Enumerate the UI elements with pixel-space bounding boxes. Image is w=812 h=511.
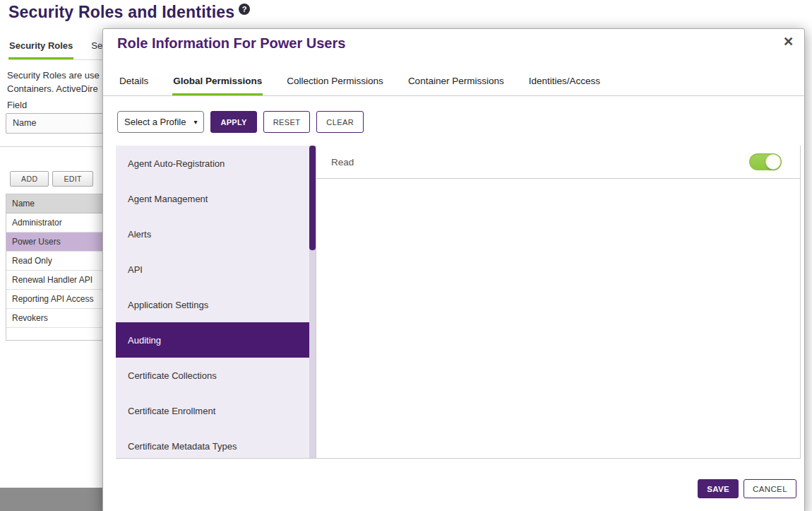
tab-security-identities[interactable]: Se: [90, 39, 103, 59]
modal-title: Role Information For Power Users: [117, 35, 345, 52]
table-row-selected[interactable]: Power Users: [6, 233, 112, 252]
reset-button[interactable]: RESET: [263, 111, 311, 133]
table-row-empty: [6, 328, 112, 340]
save-button[interactable]: SAVE: [698, 479, 739, 498]
category-item[interactable]: Agent Management: [116, 181, 316, 216]
tab-identities-access[interactable]: Identities/Access: [528, 70, 601, 95]
table-row[interactable]: Renewal Handler API: [6, 271, 112, 290]
role-information-modal: Role Information For Power Users ✕ Detai…: [102, 28, 805, 511]
help-icon[interactable]: ?: [239, 4, 250, 15]
apply-button[interactable]: APPLY: [210, 111, 256, 133]
close-icon[interactable]: ✕: [783, 35, 794, 48]
category-item[interactable]: Agent Auto-Registration: [116, 146, 316, 181]
modal-toolbar: Select a Profile ▾ APPLY RESET CLEAR: [117, 111, 364, 133]
name-filter-value: Name: [13, 118, 36, 128]
category-item[interactable]: Certificate Metadata Types: [116, 428, 316, 458]
modal-tabs: Details Global Permissions Collection Pe…: [103, 70, 804, 96]
page-tabs: Security Roles Se: [8, 39, 114, 60]
tab-collection-permissions[interactable]: Collection Permissions: [286, 70, 384, 95]
scrollbar-thumb[interactable]: [309, 146, 316, 250]
tab-security-roles[interactable]: Security Roles: [8, 39, 73, 59]
roles-table: Name Administrator Power Users Read Only…: [6, 194, 113, 341]
chevron-down-icon: ▾: [193, 118, 197, 126]
table-row[interactable]: Reporting API Access: [6, 290, 112, 309]
tab-container-permissions[interactable]: Container Permissions: [407, 70, 505, 95]
category-item[interactable]: Alerts: [116, 216, 316, 252]
field-label: Field: [7, 100, 27, 110]
permission-category-list: Agent Auto-Registration Agent Management…: [116, 146, 316, 458]
table-row[interactable]: Revokers: [6, 309, 112, 328]
modal-content: Agent Auto-Registration Agent Management…: [116, 146, 801, 459]
divider: [0, 146, 113, 147]
profile-select-value: Select a Profile: [124, 117, 186, 127]
cancel-button[interactable]: CANCEL: [744, 479, 796, 498]
table-header-name[interactable]: Name: [6, 194, 112, 213]
add-button[interactable]: ADD: [10, 171, 49, 187]
clear-button[interactable]: CLEAR: [316, 111, 364, 133]
category-item[interactable]: Certificate Collections: [116, 358, 316, 393]
toggle-knob: [765, 154, 781, 170]
category-item[interactable]: API: [116, 252, 316, 287]
scrollbar[interactable]: [309, 146, 316, 458]
page-description-line: Security Roles are use: [7, 69, 106, 82]
table-row[interactable]: Read Only: [6, 252, 112, 271]
page-header: Security Roles and Identities ?: [8, 3, 250, 22]
table-actions: ADD EDIT: [10, 171, 93, 187]
edit-button[interactable]: EDIT: [52, 171, 93, 187]
page-description: Security Roles are use Containers. Activ…: [7, 69, 106, 95]
profile-select[interactable]: Select a Profile ▾: [117, 111, 204, 133]
category-item[interactable]: Certificate Enrollment: [116, 393, 316, 428]
permission-label: Read: [331, 157, 354, 168]
tab-details[interactable]: Details: [119, 70, 149, 95]
page-description-line: Containers. ActiveDire: [7, 82, 106, 95]
modal-footer: SAVE CANCEL: [698, 479, 796, 498]
tab-global-permissions[interactable]: Global Permissions: [172, 70, 263, 95]
read-toggle[interactable]: [749, 153, 782, 170]
page-title: Security Roles and Identities: [8, 3, 234, 22]
permission-row: Read: [316, 146, 800, 179]
table-row[interactable]: Administrator: [6, 213, 112, 233]
name-filter-input[interactable]: Name: [6, 113, 113, 134]
category-item[interactable]: Application Settings: [116, 287, 316, 322]
permission-panel: Read: [316, 146, 800, 458]
category-item-selected[interactable]: Auditing: [116, 322, 316, 358]
